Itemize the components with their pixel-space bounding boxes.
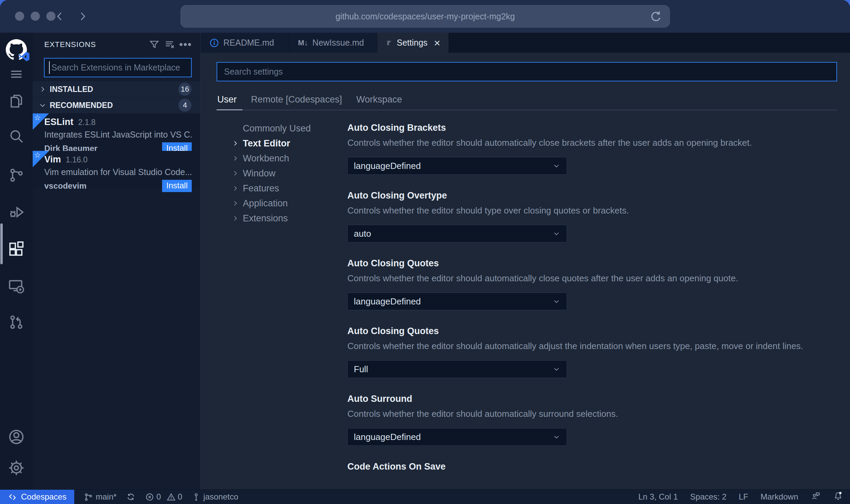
scope-tabs-divider [217,110,837,110]
setting-auto-closing-brackets: Auto Closing Brackets Controls whether t… [347,123,838,175]
installed-count-badge: 16 [178,83,191,96]
extension-list-item-vim[interactable]: ☆ Vim 1.16.0 Vim emulation for Visual St… [33,151,200,188]
chevron-down-icon [552,433,561,441]
install-button[interactable]: Install [162,180,192,192]
chevron-down-icon [552,230,561,238]
extension-publisher: vscodevim [44,181,162,191]
auto-surround-select[interactable]: languageDefined [347,428,567,446]
sync-button[interactable] [126,492,136,502]
section-label: RECOMMENDED [50,101,178,110]
toc-item-features[interactable]: Features [232,181,346,196]
settings-gear-button[interactable] [0,452,33,484]
source-control-icon [8,167,25,183]
extension-list-item-eslint[interactable]: ☆ ESLint 2.1.8 Integrates ESLint JavaScr… [33,113,200,151]
editor-area: README.md M↓ NewIssue.md Settings × User [201,33,850,489]
chevron-right-icon [37,85,48,93]
signed-in-user-status[interactable]: jasonetco [192,492,238,502]
chevron-right-icon [77,11,88,22]
close-window-button[interactable] [15,12,24,21]
chevron-right-icon [232,215,239,222]
chevron-right-icon [232,140,239,147]
feedback-button[interactable] [810,491,821,503]
run-debug-view-button[interactable] [0,196,33,229]
toc-item-text-editor[interactable]: Text Editor [232,136,346,151]
reload-button[interactable] [648,9,663,26]
address-bar[interactable]: github.com/codespaces/user-my-project-mg… [180,5,670,28]
account-icon [8,428,25,445]
section-installed[interactable]: INSTALLED 16 [33,81,200,97]
chevron-left-icon [54,11,66,22]
toc-item-extensions[interactable]: Extensions [232,211,346,226]
toc-item-window[interactable]: Window [232,166,346,181]
branch-name: main* [96,492,116,502]
extensions-sidebar: EXTENSIONS ••• [33,33,201,489]
browser-forward-button[interactable] [74,8,91,25]
branch-status[interactable]: main* [84,492,116,502]
gear-icon [8,459,25,476]
eol-status[interactable]: LF [739,492,748,502]
account-button[interactable] [0,421,33,453]
indentation-status[interactable]: Spaces: 2 [690,492,727,502]
hamburger-menu-icon [9,66,24,82]
language-mode-status[interactable]: Markdown [760,492,798,502]
filter-extensions-button[interactable] [146,38,162,51]
chevron-right-icon [232,185,239,192]
error-icon [145,492,154,502]
tab-bar: README.md M↓ NewIssue.md Settings × [201,33,850,53]
toc-item-workbench[interactable]: Workbench [232,151,346,166]
tab-newissue[interactable]: M↓ NewIssue.md [289,33,377,53]
tab-settings[interactable]: Settings × [377,33,449,53]
notifications-button[interactable] [833,491,843,503]
setting-auto-surround: Auto Surround Controls whether the edito… [347,394,838,446]
source-control-view-button[interactable] [0,159,33,191]
extensions-view-button[interactable] [0,233,33,266]
chevron-down-icon [552,162,561,170]
traffic-lights [15,12,56,21]
username: jasonetco [203,492,238,502]
git-branch-icon [84,492,93,502]
sidebar-header: EXTENSIONS ••• [33,33,200,57]
toc-item-commonly-used[interactable]: Commonly Used [232,121,346,136]
clear-extensions-search-button[interactable] [162,38,178,51]
scope-tab-user[interactable]: User [217,94,237,105]
explorer-view-button[interactable] [0,85,33,117]
minimize-window-button[interactable] [31,12,40,21]
cursor-position-status[interactable]: Ln 3, Col 1 [638,492,678,502]
feedback-icon [810,491,821,501]
codespaces-remote-indicator[interactable]: Codespaces [0,490,74,504]
auto-indent-select[interactable]: Full [347,360,567,378]
sync-icon [126,492,136,502]
auto-closing-brackets-select[interactable]: languageDefined [347,157,567,175]
scope-tab-remote[interactable]: Remote [Codespaces] [251,94,342,105]
ellipsis-icon: ••• [179,41,192,48]
markdown-icon: M↓ [298,38,308,47]
chevron-right-icon [232,200,239,207]
extension-version: 1.16.0 [66,155,88,164]
browser-back-button[interactable] [52,8,68,25]
clear-list-icon [164,38,176,51]
more-actions-button[interactable]: ••• [178,38,193,51]
github-pull-request-view-button[interactable] [0,306,33,338]
scope-tab-workspace[interactable]: Workspace [356,94,402,105]
tab-label: README.md [223,38,274,48]
bell-icon [833,491,843,501]
extension-description: Integrates ESLint JavaScript into VS C..… [44,130,192,140]
toc-item-application[interactable]: Application [232,196,346,211]
info-icon [209,38,219,48]
close-tab-button[interactable]: × [434,38,440,48]
auto-closing-quotes-select[interactable]: languageDefined [347,293,567,310]
problems-status[interactable]: 0 0 [145,492,182,502]
extensions-search-input[interactable] [44,58,192,77]
files-icon [8,93,25,109]
remote-explorer-view-button[interactable] [0,270,33,303]
auto-closing-overtype-select[interactable]: auto [347,225,567,242]
settings-scope-tabs: User Remote [Codespaces] Workspace [217,94,402,105]
search-view-button[interactable] [0,120,33,153]
section-recommended[interactable]: RECOMMENDED 4 [33,97,200,113]
chevron-down-icon [37,101,48,109]
settings-search-input[interactable] [217,62,837,81]
setting-auto-closing-quotes: Auto Closing Quotes Controls whether the… [347,258,838,310]
chevron-down-icon [552,365,561,373]
url-text: github.com/codespaces/user-my-project-mg… [335,12,515,21]
tab-readme[interactable]: README.md [201,33,289,53]
